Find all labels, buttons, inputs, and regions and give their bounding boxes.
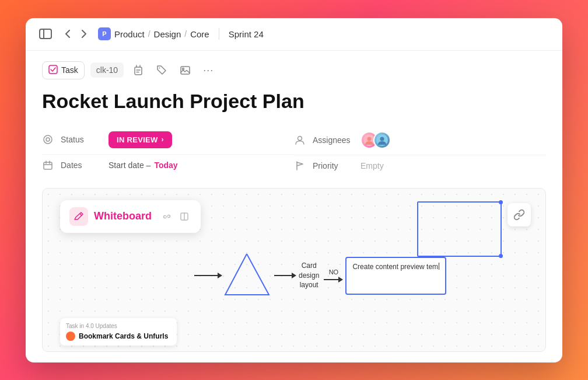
breadcrumb-sep-1: / <box>148 29 150 39</box>
canvas-task-preview: Task in 4.0 Updates Bookmark Cards & Unf… <box>60 318 177 346</box>
whiteboard-actions <box>160 210 191 224</box>
nav-arrows <box>61 27 91 41</box>
breadcrumb-product-icon: P <box>98 27 111 40</box>
assignees-label: Assignees <box>313 135 354 145</box>
task-type-label: Task <box>61 65 78 75</box>
status-icon <box>42 135 54 144</box>
task-type-pill[interactable]: Task <box>42 61 85 79</box>
assignee-avatar-2 <box>373 131 391 149</box>
flow-diagram: Card design layout NO Create content pre… <box>194 206 510 346</box>
task-check-icon <box>48 65 58 76</box>
status-chevron-icon: › <box>162 135 164 144</box>
status-value: IN REVIEW <box>117 135 158 144</box>
svg-point-8 <box>159 68 160 69</box>
sidebar-toggle-button[interactable] <box>37 28 54 40</box>
flow-arrow-2 <box>274 273 296 278</box>
content-area: Task clk-10 <box>26 51 562 362</box>
assignee-avatars[interactable] <box>360 131 391 149</box>
priority-row: Priority Empty <box>294 155 546 176</box>
svg-rect-9 <box>181 67 190 74</box>
priority-label: Priority <box>313 161 354 170</box>
svg-rect-13 <box>44 162 52 169</box>
whiteboard-card[interactable]: Whiteboard <box>60 200 201 233</box>
header-bar: P Product / Design / Core Sprint 24 <box>26 18 562 51</box>
timer-icon[interactable] <box>130 61 147 79</box>
card-design-node: Card design layout <box>296 261 321 290</box>
today-text: Today <box>154 161 177 170</box>
more-options-icon[interactable]: ··· <box>200 61 217 79</box>
svg-rect-0 <box>40 29 51 39</box>
canvas-area[interactable]: Whiteboard <box>42 188 546 352</box>
whiteboard-expand-icon[interactable] <box>177 210 191 224</box>
dates-row: Dates Start date – Today <box>42 155 294 176</box>
svg-point-19 <box>368 137 372 141</box>
whiteboard-title: Whiteboard <box>94 210 152 222</box>
svg-rect-3 <box>135 67 142 75</box>
person-icon <box>294 135 306 145</box>
tag-icon[interactable] <box>153 61 170 79</box>
canvas-task-title: Bookmark Cards & Unfurls <box>66 332 171 341</box>
status-badge[interactable]: IN REVIEW › <box>108 131 172 148</box>
app-window: P Product / Design / Core Sprint 24 Task <box>26 18 562 362</box>
status-label: Status <box>61 135 102 144</box>
svg-point-12 <box>46 138 50 141</box>
forward-button[interactable] <box>77 27 91 41</box>
svg-point-11 <box>44 135 52 144</box>
page-title: Rocket Launch Project Plan <box>42 90 546 113</box>
whiteboard-link-icon[interactable] <box>160 210 174 224</box>
flow-arrow-1 <box>194 273 222 278</box>
flag-icon <box>294 161 306 170</box>
svg-point-10 <box>182 68 184 69</box>
text-cursor <box>439 263 439 270</box>
properties-grid: Status IN REVIEW › <box>42 125 546 176</box>
back-button[interactable] <box>61 27 75 41</box>
no-label: NO <box>329 269 339 276</box>
dates-value[interactable]: Start date – Today <box>108 161 178 170</box>
svg-rect-2 <box>49 65 57 74</box>
breadcrumb: P Product / Design / Core <box>98 27 209 40</box>
image-icon[interactable] <box>176 61 194 79</box>
header-divider <box>219 28 219 40</box>
canvas-link-icon[interactable] <box>508 203 531 226</box>
canvas-task-badge: Task in 4.0 Updates <box>66 323 171 329</box>
task-id-badge: clk-10 <box>90 62 124 78</box>
breadcrumb-sep-2: / <box>184 29 187 39</box>
assignees-row: Assignees <box>294 125 546 155</box>
dates-label: Dates <box>61 161 102 170</box>
svg-point-17 <box>298 136 302 140</box>
create-content-node: Create content preview tem <box>345 257 446 295</box>
flow-triangle <box>222 251 272 300</box>
properties-right: Assignees <box>294 125 546 176</box>
task-toolbar: Task clk-10 <box>42 61 546 79</box>
svg-point-21 <box>380 137 384 141</box>
calendar-icon <box>42 161 54 170</box>
breadcrumb-design[interactable]: Design <box>154 29 181 39</box>
breadcrumb-product[interactable]: Product <box>114 29 145 39</box>
priority-value[interactable]: Empty <box>360 161 384 170</box>
status-row: Status IN REVIEW › <box>42 125 294 155</box>
flow-no-arrow: NO <box>324 269 343 283</box>
create-content-text: Create content preview tem <box>352 263 438 271</box>
sprint-label[interactable]: Sprint 24 <box>229 29 264 39</box>
whiteboard-pencil-icon <box>69 207 88 226</box>
start-date-text: Start date – <box>108 161 150 170</box>
breadcrumb-core[interactable]: Core <box>190 29 209 39</box>
properties-left: Status IN REVIEW › <box>42 125 294 176</box>
